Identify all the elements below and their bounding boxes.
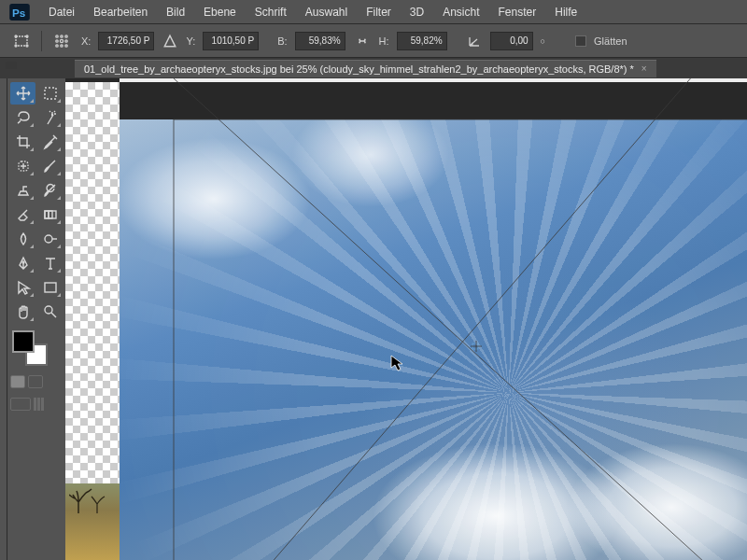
app-logo: Ps (7, 3, 32, 21)
close-tab-icon[interactable]: × (641, 63, 647, 74)
magic-wand-tool[interactable] (37, 106, 63, 129)
delta-icon[interactable] (162, 29, 178, 53)
rectangle-tool[interactable] (37, 276, 63, 299)
h-input[interactable] (397, 32, 447, 50)
svg-point-10 (56, 39, 58, 41)
type-tool[interactable] (37, 252, 63, 274)
svg-rect-21 (49, 211, 52, 218)
workspace (0, 78, 747, 560)
toolbox (7, 78, 65, 560)
tree-thumbnail (69, 485, 114, 513)
menu-hilfe[interactable]: Hilfe (545, 2, 586, 22)
angle-input[interactable] (490, 32, 533, 50)
bottom-layer-preview (65, 483, 120, 560)
link-icon[interactable] (353, 29, 372, 53)
svg-rect-16 (45, 88, 56, 99)
menu-ansicht[interactable]: Ansicht (433, 2, 488, 22)
sunray-overlay (120, 119, 747, 560)
menu-auswahl[interactable]: Auswahl (296, 2, 357, 22)
w-label: B: (277, 35, 287, 47)
canvas-area[interactable] (65, 78, 747, 560)
foreground-color[interactable] (12, 330, 35, 353)
y-label: Y: (186, 35, 195, 47)
hand-tool[interactable] (10, 301, 35, 323)
menu-datei[interactable]: Datei (39, 2, 84, 22)
svg-point-13 (56, 44, 58, 46)
w-input[interactable] (295, 32, 345, 50)
brush-tool[interactable] (37, 155, 63, 177)
svg-point-12 (65, 39, 67, 41)
svg-point-15 (65, 44, 67, 46)
document-tab[interactable]: 01_old_tree_by_archaeopteryx_stocks.jpg … (75, 60, 656, 77)
dodge-tool[interactable] (37, 228, 63, 250)
zoom-tool[interactable] (37, 301, 63, 323)
menu-bild[interactable]: Bild (157, 2, 194, 22)
reference-point-icon[interactable] (49, 29, 74, 53)
svg-point-17 (51, 115, 52, 116)
screen-layout-icon[interactable] (34, 398, 36, 411)
degree-label: ○ (541, 36, 545, 46)
pen-tool[interactable] (10, 252, 35, 274)
svg-point-11 (60, 39, 63, 42)
screen-mode-icon[interactable] (10, 398, 31, 411)
y-input[interactable] (203, 32, 259, 50)
transform-tool-icon[interactable] (9, 29, 34, 53)
svg-point-7 (56, 35, 58, 36)
menu-filter[interactable]: Filter (357, 2, 401, 22)
svg-text:Ps: Ps (12, 6, 26, 18)
crop-tool[interactable] (10, 131, 35, 153)
svg-point-14 (61, 44, 63, 46)
menu-ebene[interactable]: Ebene (194, 2, 246, 22)
options-bar: X: Y: B: H: ○ Glätten (0, 24, 747, 58)
svg-point-25 (45, 306, 52, 314)
clone-stamp-tool[interactable] (10, 179, 35, 202)
standard-mask-icon[interactable] (28, 375, 43, 388)
svg-point-9 (65, 35, 67, 36)
marquee-tool[interactable] (37, 82, 63, 105)
history-brush-tool[interactable] (37, 179, 63, 202)
quick-mask-icon[interactable] (10, 375, 25, 388)
menu-schrift[interactable]: Schrift (246, 2, 296, 22)
menu-bearbeiten[interactable]: Bearbeiten (84, 2, 157, 22)
path-selection-tool[interactable] (10, 276, 35, 299)
svg-rect-2 (16, 36, 27, 46)
svg-point-8 (61, 35, 63, 36)
sky-image-layer (120, 119, 747, 560)
document-tab-bar: 01_old_tree_by_archaeopteryx_stocks.jpg … (0, 58, 747, 78)
antialias-label: Glätten (594, 35, 627, 47)
options-flyout-handle[interactable] (6, 62, 17, 69)
antialias-checkbox[interactable] (575, 35, 586, 47)
svg-point-22 (45, 235, 52, 243)
move-tool[interactable] (10, 82, 35, 105)
lasso-tool[interactable] (10, 106, 35, 129)
eyedropper-tool[interactable] (37, 131, 63, 153)
x-input[interactable] (98, 32, 154, 50)
ruler-horizontal[interactable] (120, 78, 747, 82)
menu-bar: Ps Datei Bearbeiten Bild Ebene Schrift A… (0, 0, 747, 24)
svg-rect-19 (45, 211, 56, 218)
h-label: H: (379, 35, 389, 47)
svg-rect-24 (45, 283, 56, 292)
divider (41, 31, 42, 51)
angle-icon (466, 29, 483, 53)
menu-3d[interactable]: 3D (401, 2, 433, 22)
color-swatches (10, 329, 61, 368)
eraser-tool[interactable] (10, 203, 35, 226)
menu-fenster[interactable]: Fenster (489, 2, 546, 22)
blur-tool[interactable] (10, 228, 35, 250)
gradient-tool[interactable] (37, 203, 63, 226)
transparency-checkerboard (65, 82, 120, 483)
x-label: X: (81, 35, 91, 47)
healing-brush-tool[interactable] (10, 155, 35, 177)
tools-edge-strip (0, 78, 7, 560)
document-tab-title: 01_old_tree_by_archaeopteryx_stocks.jpg … (84, 63, 634, 75)
